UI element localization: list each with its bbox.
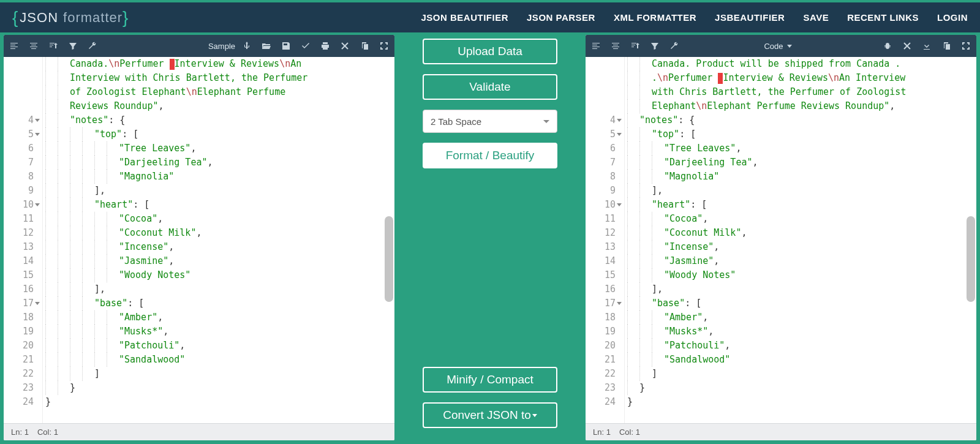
copy-icon[interactable] — [941, 40, 952, 51]
logo-sub: formatter — [63, 10, 123, 26]
wrench-icon[interactable] — [87, 40, 98, 51]
status-col: Col: 1 — [619, 427, 640, 437]
validate-button[interactable]: Validate — [423, 74, 557, 100]
folder-open-icon[interactable] — [261, 40, 272, 51]
save-icon[interactable] — [281, 40, 292, 51]
status-ln: Ln: 1 — [11, 427, 29, 437]
right-statusbar: Ln: 1 Col: 1 — [586, 423, 976, 440]
clear-icon[interactable] — [902, 40, 913, 51]
left-scrollbar[interactable] — [385, 216, 393, 302]
copy-icon[interactable] — [359, 40, 370, 51]
align-left-icon[interactable] — [590, 40, 601, 51]
convert-json-to-button[interactable]: Convert JSON to — [423, 402, 557, 428]
format-beautify-button[interactable]: Format / Beautify — [423, 143, 557, 168]
fullscreen-icon[interactable] — [379, 40, 390, 51]
indent-select[interactable]: 2 Tab Space — [423, 110, 557, 133]
nav-links: JSON BEAUTIFIER JSON PARSER XML FORMATTE… — [421, 12, 968, 23]
usb-icon[interactable] — [241, 40, 252, 51]
brace-open-icon: { — [12, 8, 18, 28]
nav-json-beautifier[interactable]: JSON BEAUTIFIER — [421, 12, 509, 23]
center-controls: Upload Data Validate 2 Tab Space Format … — [394, 35, 586, 440]
code-dropdown[interactable]: Code — [764, 42, 791, 51]
status-col: Col: 1 — [37, 427, 58, 437]
nav-login[interactable]: LOGIN — [937, 12, 968, 23]
top-navbar: { JSON formatter } JSON BEAUTIFIER JSON … — [0, 0, 980, 32]
upload-data-button[interactable]: Upload Data — [423, 39, 557, 64]
clear-icon[interactable] — [339, 40, 350, 51]
check-icon[interactable] — [300, 40, 311, 51]
nav-recent-links[interactable]: RECENT LINKS — [847, 12, 919, 23]
minify-compact-button[interactable]: Minify / Compact — [423, 367, 557, 393]
sort-icon[interactable] — [48, 40, 59, 51]
left-editor[interactable]: 456789101112131415161718192021222324 Can… — [4, 57, 394, 423]
brace-close-icon: } — [123, 8, 129, 28]
logo-main: JSON — [20, 10, 58, 26]
right-toolbar: Code — [586, 35, 976, 57]
filter-icon[interactable] — [67, 40, 78, 51]
download-icon[interactable] — [921, 40, 932, 51]
right-scrollbar[interactable] — [967, 216, 975, 302]
fullscreen-icon[interactable] — [960, 40, 971, 51]
right-editor-panel: Code 45678910111213141516171819202122232… — [586, 35, 976, 440]
sort-icon[interactable] — [630, 40, 641, 51]
nav-save[interactable]: SAVE — [803, 12, 829, 23]
logo[interactable]: { JSON formatter } — [12, 8, 129, 28]
left-editor-panel: Sample 456789101112131415161718192021222… — [4, 35, 394, 440]
status-ln: Ln: 1 — [593, 427, 611, 437]
align-center-icon[interactable] — [28, 40, 39, 51]
sample-dropdown[interactable]: Sample — [208, 42, 235, 51]
wrench-icon[interactable] — [669, 40, 680, 51]
right-editor[interactable]: 456789101112131415161718192021222324 Can… — [586, 57, 976, 423]
nav-json-parser[interactable]: JSON PARSER — [527, 12, 595, 23]
align-left-icon[interactable] — [9, 40, 20, 51]
bug-icon[interactable] — [882, 40, 893, 51]
align-center-icon[interactable] — [610, 40, 621, 51]
nav-xml-formatter[interactable]: XML FORMATTER — [614, 12, 696, 23]
nav-jsbeautifier[interactable]: JSBEAUTIFIER — [715, 12, 785, 23]
filter-icon[interactable] — [649, 40, 660, 51]
print-icon[interactable] — [320, 40, 331, 51]
left-toolbar: Sample — [4, 35, 394, 57]
left-statusbar: Ln: 1 Col: 1 — [4, 423, 394, 440]
